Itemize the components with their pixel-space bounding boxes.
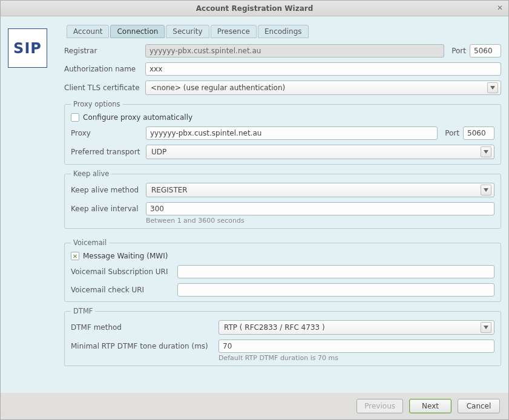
proxy-legend: Proxy options	[71, 100, 123, 108]
tabs: Account Connection Security Presence Enc…	[67, 25, 501, 38]
tlscert-value: <none> (use regular authentication)	[151, 84, 285, 92]
proxy-fieldset: Proxy options Configure proxy automatica…	[64, 100, 501, 165]
tab-encodings[interactable]: Encodings	[258, 25, 309, 38]
cancel-button[interactable]: Cancel	[458, 399, 500, 413]
transport-label: Preferred transport	[71, 148, 142, 156]
mwi-label: Message Waiting (MWI)	[83, 252, 168, 260]
keepalive-interval-label: Keep alive interval	[71, 205, 142, 213]
proxy-input[interactable]	[146, 126, 438, 140]
mwi-checkbox[interactable]	[71, 252, 79, 260]
tlscert-select[interactable]: <none> (use regular authentication)	[145, 80, 501, 95]
tlscert-label: Client TLS certificate	[64, 84, 142, 92]
tab-connection-label: Connection	[117, 27, 158, 36]
dtmf-method-select[interactable]: RTP ( RFC2833 / RFC 4733 )	[218, 320, 494, 335]
next-button[interactable]: Next	[409, 399, 452, 413]
main-column: Account Connection Security Presence Enc…	[64, 25, 501, 367]
dtmf-fieldset: DTMF DTMF method RTP ( RFC2833 / RFC 473…	[64, 307, 501, 366]
dtmf-legend: DTMF	[71, 307, 95, 315]
registrar-label: Registrar	[64, 47, 142, 55]
chevron-down-icon	[487, 82, 498, 93]
proxy-port-label: Port	[445, 129, 459, 137]
chevron-down-icon	[481, 146, 491, 157]
content-area: SIP Account Connection Security Presence…	[1, 16, 508, 393]
keepalive-interval-input[interactable]	[146, 202, 494, 215]
keepalive-method-select[interactable]: REGISTER	[146, 183, 494, 197]
tab-account[interactable]: Account	[67, 25, 109, 38]
voicemail-fieldset: Voicemail Message Waiting (MWI) Voicemai…	[64, 238, 501, 302]
tab-security-label: Security	[172, 27, 202, 36]
tab-presence-label: Presence	[217, 27, 250, 36]
keepalive-method-value: REGISTER	[151, 186, 188, 194]
chevron-down-icon	[481, 322, 491, 333]
keepalive-fieldset: Keep alive Keep alive method REGISTER Ke…	[64, 169, 501, 229]
keepalive-method-label: Keep alive method	[71, 186, 142, 194]
keepalive-interval-hint: Between 1 and 3600 seconds	[146, 217, 245, 225]
tab-presence[interactable]: Presence	[211, 25, 257, 38]
voicemail-check-uri-label: Voicemail check URI	[71, 286, 174, 294]
sip-logo: SIP	[8, 28, 47, 68]
tab-connection[interactable]: Connection	[110, 25, 165, 38]
sip-logo-text: SIP	[13, 40, 42, 57]
proxy-port-input[interactable]	[463, 126, 494, 140]
dtmf-duration-label: Minimal RTP DTMF tone duration (ms)	[71, 342, 215, 350]
titlebar: Account Registration Wizard ✕	[1, 1, 508, 16]
close-icon[interactable]: ✕	[495, 3, 505, 13]
transport-select[interactable]: UDP	[146, 145, 494, 159]
registrar-input[interactable]	[145, 44, 444, 57]
proxy-auto-checkbox[interactable]	[71, 113, 79, 122]
voicemail-sub-uri-input[interactable]	[177, 265, 494, 278]
proxy-auto-label: Configure proxy automatically	[83, 113, 192, 122]
window-title: Account Registration Wizard	[196, 4, 314, 13]
previous-button: Previous	[356, 399, 403, 413]
transport-value: UDP	[151, 148, 166, 156]
proxy-label: Proxy	[71, 129, 142, 137]
authname-input[interactable]	[145, 62, 501, 76]
voicemail-legend: Voicemail	[71, 238, 109, 247]
registrar-port-label: Port	[452, 47, 466, 55]
authname-label: Authorization name	[64, 65, 142, 73]
chevron-down-icon	[481, 185, 491, 195]
tab-encodings-label: Encodings	[264, 27, 302, 36]
footer: Previous Next Cancel	[1, 393, 508, 419]
tab-security[interactable]: Security	[166, 25, 209, 38]
dtmf-duration-input[interactable]	[218, 340, 494, 353]
dtmf-method-label: DTMF method	[71, 323, 215, 332]
dtmf-method-value: RTP ( RFC2833 / RFC 4733 )	[224, 323, 325, 332]
tab-account-label: Account	[73, 27, 102, 36]
wizard-window: Account Registration Wizard ✕ SIP Accoun…	[0, 0, 509, 420]
dtmf-duration-hint: Default RTP DTMF duration is 70 ms	[218, 354, 338, 362]
registrar-port-input[interactable]	[470, 44, 501, 57]
keepalive-legend: Keep alive	[71, 169, 111, 178]
voicemail-check-uri-input[interactable]	[177, 283, 494, 297]
voicemail-sub-uri-label: Voicemail Subscription URI	[71, 267, 174, 276]
